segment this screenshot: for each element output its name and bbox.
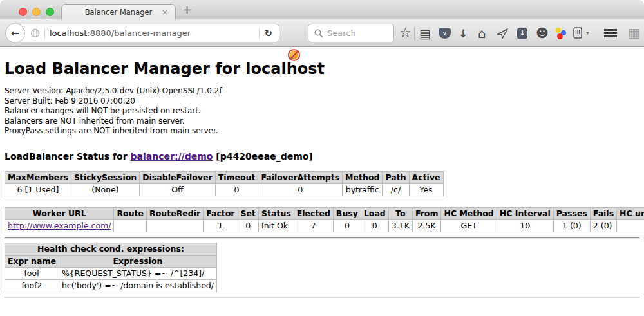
home-icon[interactable]: ⌂ bbox=[478, 26, 486, 41]
cell-to: 3.1K bbox=[388, 219, 412, 232]
zoom-window-button[interactable] bbox=[46, 8, 54, 16]
header-hc-interval: HC Interval bbox=[497, 207, 553, 219]
cell-timeout: 0 bbox=[215, 183, 258, 196]
header-status: Status bbox=[259, 207, 294, 219]
worker-url-link[interactable]: http://www.example.com/ bbox=[8, 221, 111, 230]
header-failoverattempts: FailoverAttempts bbox=[258, 171, 343, 183]
status-prefix: LoadBalancer Status for bbox=[5, 151, 131, 162]
cell-hc-interval: 10 bbox=[497, 219, 553, 232]
tab-title: Balancer Manager bbox=[85, 8, 153, 17]
cell-elected: 7 bbox=[294, 219, 333, 232]
reload-button[interactable]: ↻ bbox=[264, 28, 272, 39]
burger-bar bbox=[604, 29, 617, 31]
downloads-icon[interactable]: ↓ bbox=[459, 27, 468, 40]
url-text[interactable]: localhost:8880/balancer-manager bbox=[50, 28, 191, 38]
pocket-icon[interactable]: ∨ bbox=[439, 28, 451, 39]
bookmark-star-icon[interactable]: ☆ bbox=[399, 25, 412, 41]
header-hc-method: HC Method bbox=[441, 207, 497, 219]
tab-close-icon[interactable]: × bbox=[162, 8, 168, 17]
cell-disablefailover: Off bbox=[140, 183, 215, 196]
cell-passes: 1 (0) bbox=[553, 219, 590, 232]
new-tab-button[interactable]: + bbox=[182, 3, 192, 16]
balancer-demo-link[interactable]: balancer://demo bbox=[131, 151, 213, 162]
reading-list-icon[interactable]: ▤ bbox=[419, 26, 431, 41]
server-version-line: Server Version: Apache/2.5.0-dev (Unix) … bbox=[5, 86, 639, 97]
blocked-content-icon[interactable] bbox=[288, 49, 300, 61]
grid-icon[interactable]: ▦ bbox=[628, 25, 640, 41]
cell-set: 0 bbox=[238, 219, 258, 232]
balancers-note-line: Balancers are NOT inherited from main se… bbox=[5, 116, 639, 127]
cell-status: Init Ok bbox=[259, 219, 294, 232]
search-bar[interactable] bbox=[308, 24, 394, 42]
horizontal-rule bbox=[5, 297, 639, 298]
page-content: Load Balancer Manager for localhost Serv… bbox=[0, 60, 644, 298]
table-row: 6 [1 Used] (None) Off 0 0 bytraffic /c/ … bbox=[5, 183, 444, 196]
cell-factor: 1 bbox=[204, 219, 238, 232]
header-elected: Elected bbox=[294, 207, 333, 219]
header-stickysession: StickySession bbox=[71, 171, 139, 183]
container-menu-caret-icon[interactable]: ▾ bbox=[586, 29, 589, 36]
back-button[interactable]: ← bbox=[5, 23, 25, 43]
cell-maxmembers: 6 [1 Used] bbox=[5, 183, 71, 196]
reload-icon: ↻ bbox=[264, 28, 272, 39]
header-expr-name: Expr name bbox=[5, 255, 59, 267]
close-window-button[interactable] bbox=[19, 8, 27, 16]
header-to: To bbox=[388, 207, 412, 219]
table-header-row: Expr name Expression bbox=[5, 255, 217, 267]
navigation-toolbar: ← localhost:8880/balancer-manager ↻ bbox=[0, 19, 644, 47]
send-paper-plane-icon[interactable] bbox=[497, 28, 509, 42]
server-built-line: Server Built: Feb 9 2016 07:00:20 bbox=[5, 97, 639, 107]
header-path: Path bbox=[383, 171, 409, 183]
dot-yellow bbox=[556, 28, 561, 33]
table-row: foof %{REQUEST_STATUS} =~ /^[234]/ bbox=[5, 267, 217, 279]
header-expression: Expression bbox=[59, 255, 216, 267]
back-icon: ← bbox=[11, 27, 19, 39]
cell-expr-name: foof2 bbox=[5, 279, 59, 292]
status-suffix: [p4420eeae_demo] bbox=[213, 151, 312, 162]
header-routeredir: RouteRedir bbox=[147, 207, 204, 219]
cell-active: Yes bbox=[409, 183, 443, 196]
cell-from: 2.5K bbox=[412, 219, 441, 232]
menu-hamburger-icon[interactable] bbox=[604, 29, 617, 37]
table-title-row: Health check cond. expressions: bbox=[5, 243, 217, 255]
cell-routeredir bbox=[147, 219, 204, 232]
cell-path: /c/ bbox=[383, 183, 409, 196]
cell-expression: hc('body') =~ /domain is established/ bbox=[59, 279, 216, 292]
header-busy: Busy bbox=[333, 207, 361, 219]
header-passes: Passes bbox=[553, 207, 590, 219]
cell-fails: 2 (0) bbox=[590, 219, 616, 232]
globe-icon bbox=[30, 28, 40, 38]
persist-note-line: Balancer changes will NOT be persisted o… bbox=[5, 106, 639, 116]
url-bar[interactable]: localhost:8880/balancer-manager ↻ bbox=[15, 24, 279, 42]
cell-expression: %{REQUEST_STATUS} =~ /^[234]/ bbox=[59, 267, 216, 279]
tab-balancer-manager[interactable]: Balancer Manager × bbox=[61, 4, 176, 20]
header-active: Active bbox=[409, 171, 443, 183]
addon-arrow: ↓ bbox=[519, 29, 525, 37]
header-load: Load bbox=[361, 207, 388, 219]
header-timeout: Timeout bbox=[215, 171, 258, 183]
loadbalancer-status-heading: LoadBalancer Status for balancer://demo … bbox=[5, 151, 639, 162]
url-divider bbox=[44, 28, 45, 39]
cell-hc-method: GET bbox=[441, 219, 497, 232]
minimize-window-button[interactable] bbox=[32, 8, 41, 16]
table-row: foof2 hc('body') =~ /domain is establish… bbox=[5, 279, 217, 292]
chat-smiley-icon[interactable]: ☻ bbox=[536, 26, 549, 40]
cell-method: bytraffic bbox=[343, 183, 383, 196]
search-input[interactable] bbox=[327, 28, 388, 38]
search-icon bbox=[314, 29, 323, 38]
url-path: :8880/balancer-manager bbox=[87, 28, 191, 38]
balancer-settings-table: MaxMembers StickySession DisableFailover… bbox=[5, 171, 444, 196]
colored-dots-icon[interactable] bbox=[554, 28, 566, 39]
header-disablefailover: DisableFailover bbox=[140, 171, 215, 183]
pocket-chevron: ∨ bbox=[442, 30, 447, 37]
square-download-icon[interactable]: ↓ bbox=[517, 28, 527, 39]
cell-load: 0 bbox=[361, 219, 388, 232]
proxypass-note-line: ProxyPass settings are NOT inherited fro… bbox=[5, 126, 639, 136]
header-worker-url: Worker URL bbox=[5, 207, 114, 219]
burger-bar bbox=[604, 35, 617, 37]
container-icon[interactable] bbox=[573, 27, 582, 41]
worker-status-table: Worker URL Route RouteRedir Factor Set S… bbox=[5, 207, 644, 232]
health-check-table: Health check cond. expressions: Expr nam… bbox=[5, 243, 217, 292]
cell-hc-uri bbox=[617, 219, 644, 232]
traffic-lights bbox=[19, 8, 54, 16]
